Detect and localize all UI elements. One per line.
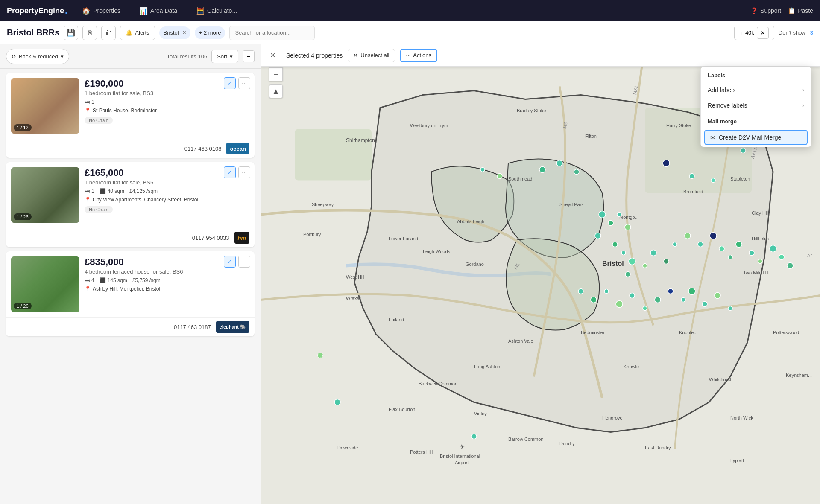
svg-text:East Dundry: East Dundry xyxy=(645,445,671,450)
svg-point-64 xyxy=(643,264,647,268)
svg-text:Lower Failand: Lower Failand xyxy=(389,236,418,241)
price-filter-button[interactable]: ↑ 40k ✕ xyxy=(734,26,774,40)
alerts-button[interactable]: 🔔 Alerts xyxy=(120,26,155,40)
svg-point-84 xyxy=(643,306,647,311)
svg-text:Whitchurch: Whitchurch xyxy=(709,377,732,382)
alerts-icon: 🔔 xyxy=(126,29,132,36)
svg-text:Abbots Leigh: Abbots Leigh xyxy=(457,219,484,224)
sqm-icon: ⬛ xyxy=(100,188,106,194)
copy-list-button[interactable]: ⎘ xyxy=(82,26,97,40)
property-select-checkbox[interactable]: ✓ xyxy=(224,256,236,268)
properties-icon: 🏠 xyxy=(82,7,91,15)
list-title: Bristol BRRs xyxy=(7,28,59,38)
bed-icon: 🛏 xyxy=(85,277,90,283)
svg-point-65 xyxy=(650,250,656,256)
property-type: 4 bedroom terraced house for sale, BS6 xyxy=(85,268,249,275)
property-address: 📍 St Pauls House, Bedminster xyxy=(85,108,249,114)
property-select-checkbox[interactable]: ✓ xyxy=(224,77,236,89)
price-sqm-value: £5,759 /sqm xyxy=(132,277,161,283)
compass-button[interactable]: ▲ xyxy=(269,84,283,98)
more-locations-tag[interactable]: + 2 more xyxy=(195,26,226,39)
svg-point-83 xyxy=(630,293,635,298)
bed-icon: 🛏 xyxy=(85,99,90,105)
refresh-icon: ↺ xyxy=(12,53,16,60)
svg-point-56 xyxy=(741,148,746,153)
property-card: 1 / 12 £190,000 1 bedroom flat for sale,… xyxy=(6,73,255,158)
svg-point-80 xyxy=(591,297,597,303)
svg-text:Hengrove: Hengrove xyxy=(602,415,623,420)
agent-logo: hm xyxy=(234,232,250,244)
svg-text:Sheepway: Sheepway xyxy=(312,202,334,207)
svg-point-53 xyxy=(663,160,670,167)
location-tag-close[interactable]: ✕ xyxy=(182,30,186,35)
svg-text:North Wick: North Wick xyxy=(730,415,753,420)
property-footer: 0117 463 0108 ocean xyxy=(6,139,255,158)
sort-chevron: ▾ xyxy=(230,53,233,60)
create-d2v-menu-item[interactable]: ✉ Create D2V Mail Merge xyxy=(704,130,808,145)
actions-dots-icon: ··· xyxy=(406,52,411,58)
svg-point-85 xyxy=(655,297,661,303)
remove-labels-menu-item[interactable]: Remove labels › xyxy=(701,98,811,113)
nav-support[interactable]: ❓ Support xyxy=(750,7,781,14)
agent-logo: ocean xyxy=(226,143,249,154)
svg-text:Ashton Vale: Ashton Vale xyxy=(508,338,533,344)
svg-point-92 xyxy=(472,434,477,439)
svg-text:Knowle: Knowle xyxy=(624,364,639,369)
dont-show-count: 3 xyxy=(810,29,813,36)
more-tag-label: + 2 more xyxy=(199,29,221,36)
bristol-location-tag[interactable]: Bristol ✕ xyxy=(159,26,190,39)
price-up-icon: ↑ xyxy=(740,29,743,36)
add-labels-menu-item[interactable]: Add labels › xyxy=(701,82,811,98)
collapse-button[interactable]: − xyxy=(243,50,255,62)
property-footer: 0117 463 0187 elephant 🐘 xyxy=(6,317,255,336)
agent-phone: 0117 463 0187 xyxy=(174,324,211,330)
property-more-button[interactable]: ··· xyxy=(238,77,250,89)
svg-point-94 xyxy=(318,353,323,358)
unselect-all-button[interactable]: ✕ Unselect all xyxy=(348,49,395,62)
property-select-checkbox[interactable]: ✓ xyxy=(224,166,236,178)
nav-calculator[interactable]: 🧮 Calculato... xyxy=(192,4,241,17)
delete-list-button[interactable]: 🗑 xyxy=(101,26,116,40)
svg-text:Bradley Stoke: Bradley Stoke xyxy=(517,108,546,113)
selection-bar-close[interactable]: ✕ xyxy=(267,50,278,61)
back-reduced-button[interactable]: ↺ Back & reduced ▾ xyxy=(6,49,69,64)
area-data-icon: 📊 xyxy=(139,7,148,15)
svg-text:Downside: Downside xyxy=(337,445,358,450)
bed-icon: 🛏 xyxy=(85,188,90,194)
svg-point-68 xyxy=(685,233,691,239)
actions-button[interactable]: ··· Actions xyxy=(400,49,437,62)
svg-point-77 xyxy=(779,255,784,260)
brand-logo[interactable]: PropertyEngine. xyxy=(7,5,67,16)
mail-merge-icon: ✉ xyxy=(710,134,715,141)
property-tag: No Chain xyxy=(85,117,113,124)
svg-point-91 xyxy=(728,306,732,311)
location-icon: 📍 xyxy=(85,286,91,292)
property-more-button[interactable]: ··· xyxy=(238,166,250,178)
svg-point-87 xyxy=(681,298,685,302)
svg-text:Lypiatt: Lypiatt xyxy=(730,458,744,463)
svg-point-67 xyxy=(673,242,677,247)
property-list: 1 / 12 £190,000 1 bedroom flat for sale,… xyxy=(0,69,261,504)
nav-area-data[interactable]: 📊 Area Data xyxy=(135,4,182,17)
svg-point-93 xyxy=(334,399,340,405)
price-filter-close[interactable]: ✕ xyxy=(757,27,769,39)
svg-text:Gordano: Gordano xyxy=(466,262,484,267)
bed-count: 🛏 1 xyxy=(85,99,94,105)
property-more-button[interactable]: ··· xyxy=(238,256,250,268)
calculator-icon: 🧮 xyxy=(196,7,205,15)
dont-show-label: Don't show xyxy=(779,29,806,36)
nav-properties[interactable]: 🏠 Properties xyxy=(78,4,125,17)
zoom-out-button[interactable]: − xyxy=(269,67,283,81)
nav-paste[interactable]: 📋 Paste xyxy=(788,7,813,14)
svg-point-89 xyxy=(702,302,707,307)
svg-text:Harry Stoke: Harry Stoke xyxy=(666,123,691,128)
svg-text:Bromfield: Bromfield xyxy=(683,189,703,194)
search-location-input[interactable] xyxy=(229,26,315,40)
labels-section-header: Labels xyxy=(701,67,811,82)
save-list-button[interactable]: 💾 xyxy=(64,26,78,40)
location-tag-label: Bristol xyxy=(164,29,179,36)
actions-label: Actions xyxy=(413,52,431,58)
nav-support-label: Support xyxy=(760,7,781,14)
sort-button[interactable]: Sort ▾ xyxy=(211,50,238,63)
svg-text:Dundry: Dundry xyxy=(559,441,575,446)
